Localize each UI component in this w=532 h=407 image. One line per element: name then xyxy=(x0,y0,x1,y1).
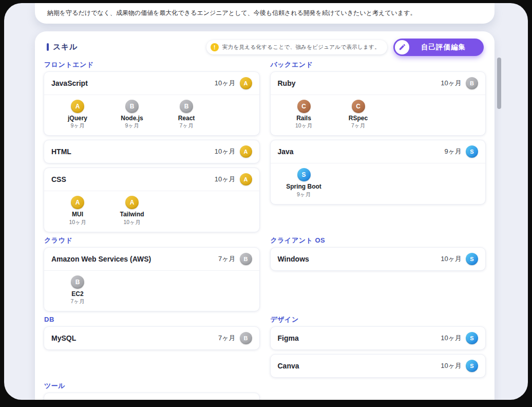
skill-main-row: Ruby10ヶ月B xyxy=(271,72,486,95)
category-section: バックエンドRuby10ヶ月BCRails10ヶ月CRSpec7ヶ月Java9ヶ… xyxy=(270,60,486,232)
skill-name: Amazon Web Services (AWS) xyxy=(51,255,151,263)
skill-rating: 9ヶ月 xyxy=(235,399,252,400)
category-section: クラウドAmazon Web Services (AWS)7ヶ月BBEC27ヶ月 xyxy=(44,236,260,311)
category-title: DB xyxy=(44,315,260,324)
skill-main-row: JavaScript10ヶ月A xyxy=(44,72,259,95)
category-title: クラウド xyxy=(44,236,260,245)
skill-card: Canva10ヶ月S xyxy=(270,354,486,378)
category-section: ツールChatwork9ヶ月Eclipse9ヶ月VS Code10ヶ月 xyxy=(44,381,260,400)
hint-text: 実力を見える化することで、強みをビジュアルで表示します。 xyxy=(222,44,380,51)
child-skill-name: Rails xyxy=(296,115,311,122)
warning-icon: ! xyxy=(211,43,219,51)
child-skill-duration: 10ヶ月 xyxy=(69,219,86,226)
child-skill-duration: 9ヶ月 xyxy=(297,191,311,198)
rank-badge-S: S xyxy=(466,253,478,265)
skill-main-row: Amazon Web Services (AWS)7ヶ月B xyxy=(44,248,259,270)
scrollbar-thumb[interactable] xyxy=(497,58,501,109)
skill-name: MySQL xyxy=(51,334,76,342)
skill-duration: 7ヶ月 xyxy=(218,254,236,264)
child-skill-duration: 10ヶ月 xyxy=(295,122,312,130)
rank-badge-S: S xyxy=(297,168,311,181)
category-section: フロントエンドJavaScript10ヶ月AAjQuery9ヶ月BNode.js… xyxy=(44,60,260,232)
category-title: フロントエンド xyxy=(44,60,260,69)
category-title: デザイン xyxy=(271,315,486,324)
skill-card: Ruby10ヶ月BCRails10ヶ月CRSpec7ヶ月 xyxy=(270,71,486,136)
skill-name: JavaScript xyxy=(51,79,88,87)
skill-main-row: MySQL7ヶ月B xyxy=(44,327,259,349)
skill-duration: 10ヶ月 xyxy=(215,147,236,156)
title-accent-bar xyxy=(47,43,49,51)
skill-name: Canva xyxy=(278,362,299,370)
rank-badge-B: B xyxy=(240,253,252,265)
skill-duration: 10ヶ月 xyxy=(441,361,462,371)
rank-badge-A: A xyxy=(240,77,252,89)
child-skill-duration: 10ヶ月 xyxy=(124,219,141,226)
child-skill-name: RSpec xyxy=(349,115,368,122)
skill-duration: 10ヶ月 xyxy=(441,79,462,88)
skill-card: MySQL7ヶ月B xyxy=(44,326,260,350)
skill-card: Amazon Web Services (AWS)7ヶ月BBEC27ヶ月 xyxy=(44,247,260,311)
skill-children: BEC27ヶ月 xyxy=(44,270,259,311)
child-skill-name: Node.js xyxy=(121,115,143,122)
hint-pill: ! 実力を見える化することで、強みをビジュアルで表示します。 xyxy=(206,40,387,54)
child-skill: CRSpec7ヶ月 xyxy=(331,100,386,130)
skill-rating: 10ヶ月A xyxy=(215,173,252,186)
skill-main-row: Java9ヶ月S xyxy=(271,140,486,163)
skill-main-row: CSS10ヶ月A xyxy=(44,168,259,191)
child-skill: AMUI10ヶ月 xyxy=(50,196,105,226)
section-title-wrap: スキル xyxy=(47,42,78,52)
skills-header: スキル ! 実力を見える化することで、強みをビジュアルで表示します。 自己評価編… xyxy=(44,39,486,56)
child-skill: BEC27ヶ月 xyxy=(50,275,105,305)
skill-rating: 10ヶ月S xyxy=(441,360,478,372)
skill-rating: 10ヶ月S xyxy=(441,332,478,344)
skill-card: Java9ヶ月SSSpring Boot9ヶ月 xyxy=(270,140,486,204)
rank-badge-S: S xyxy=(466,360,478,372)
rank-badge-B: B xyxy=(71,275,84,289)
child-skill: BReact7ヶ月 xyxy=(159,100,214,130)
skill-main-row: Chatwork9ヶ月 xyxy=(44,393,259,400)
child-skill: ATailwind10ヶ月 xyxy=(105,196,159,226)
skill-main-row: HTML10ヶ月A xyxy=(44,140,259,163)
app-window: 納期を守るだけでなく、成果物の価値を最大化できるエンジニアとして、今後も信頼され… xyxy=(4,3,528,400)
skill-duration: 9ヶ月 xyxy=(235,399,252,400)
skill-card: JavaScript10ヶ月AAjQuery9ヶ月BNode.js9ヶ月BRea… xyxy=(44,71,260,136)
skill-rating: 10ヶ月B xyxy=(441,77,478,89)
child-skill: AjQuery9ヶ月 xyxy=(50,100,105,130)
skill-rating: 10ヶ月A xyxy=(215,145,252,158)
rank-badge-B: B xyxy=(466,77,478,89)
skill-duration: 7ヶ月 xyxy=(218,334,236,343)
skill-duration: 10ヶ月 xyxy=(441,254,462,264)
rank-badge-B: B xyxy=(180,100,193,113)
rank-badge-A: A xyxy=(71,100,84,113)
child-skill-name: Tailwind xyxy=(120,211,144,218)
category-section: DBMySQL7ヶ月B xyxy=(44,315,260,378)
child-skill-name: jQuery xyxy=(68,115,87,122)
skill-rating: 9ヶ月S xyxy=(444,145,478,158)
category-title: バックエンド xyxy=(271,60,486,69)
skill-name: Figma xyxy=(278,334,299,342)
category-section: クライアント OSWindows10ヶ月S xyxy=(270,236,486,311)
skills-card: スキル ! 実力を見える化することで、強みをビジュアルで表示します。 自己評価編… xyxy=(35,31,495,400)
skill-name: Windows xyxy=(278,255,309,263)
rank-badge-C: C xyxy=(297,100,311,113)
skill-card: CSS10ヶ月AAMUI10ヶ月ATailwind10ヶ月 xyxy=(44,168,260,232)
skill-name: CSS xyxy=(51,175,66,183)
rank-badge-C: C xyxy=(352,100,365,113)
rank-badge-A: A xyxy=(240,173,252,186)
skill-duration: 10ヶ月 xyxy=(215,175,236,184)
skill-card: Chatwork9ヶ月 xyxy=(44,393,260,400)
rank-badge-A: A xyxy=(125,196,139,209)
skill-rating: 7ヶ月B xyxy=(218,253,252,265)
skill-main-row: Figma10ヶ月S xyxy=(271,327,486,349)
self-evaluation-edit-button[interactable]: 自己評価編集 xyxy=(393,39,484,56)
skill-name: Ruby xyxy=(278,79,296,87)
section-title: スキル xyxy=(53,42,78,52)
skill-card: Windows10ヶ月S xyxy=(270,247,486,271)
rank-badge-A: A xyxy=(71,196,84,209)
child-skill-name: MUI xyxy=(72,211,83,218)
pencil-icon xyxy=(395,40,409,54)
child-skill: SSpring Boot9ヶ月 xyxy=(277,168,331,198)
child-skill-duration: 7ヶ月 xyxy=(179,122,193,130)
rank-badge-B: B xyxy=(240,332,252,344)
skill-name: HTML xyxy=(51,147,71,156)
